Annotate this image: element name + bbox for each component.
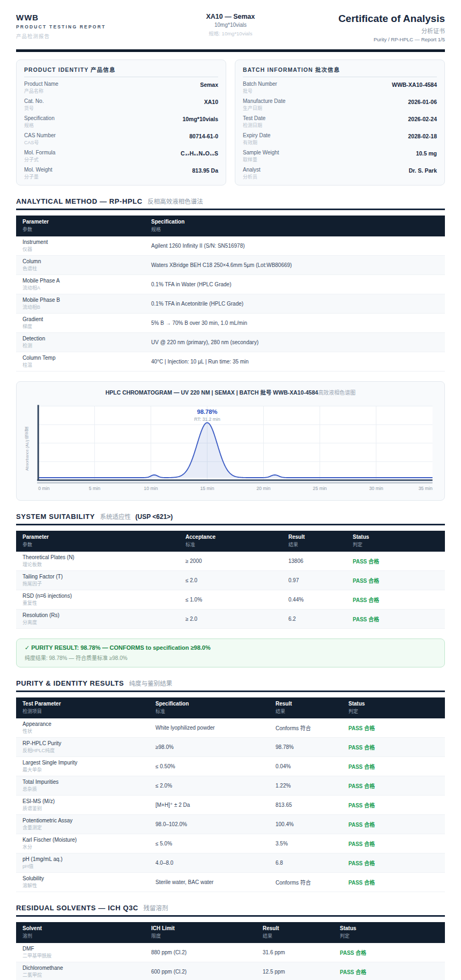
column-header: Result结果 [269, 697, 342, 718]
brand-name: WWB [16, 13, 159, 22]
column-header: Status判定 [346, 531, 445, 552]
info-label-zh: 分子式 [24, 156, 55, 163]
column-header: Acceptance标准 [179, 531, 282, 552]
parameter-en: Mobile Phase B [23, 297, 138, 303]
chromatogram-title: HPLC CHROMATOGRAM — UV 220 NM | SEMAX | … [24, 388, 437, 396]
table-row: RSD (n=6 injections)重复性≤ 1.0%0.44%PASS 合… [16, 590, 445, 610]
info-label-en: Mol. Formula [24, 150, 55, 155]
parameter-en: Total Impurities [23, 779, 143, 785]
parameter-en: Column Temp [23, 355, 138, 361]
column-header: Result结果 [282, 531, 346, 552]
parameter-zh: 溶解性 [23, 882, 143, 889]
product-spec-zh: 规格: 10mg*10vials [159, 29, 302, 37]
status-badge: PASS 合格 [342, 776, 445, 796]
info-row: Cat. No.货号XA10 [24, 96, 218, 113]
table-row: Potentiometric Assay含量测定98.0–102.0%100.4… [16, 815, 445, 834]
table-row: RP-HPLC Purity反相HPLC纯度≥98.0%98.78%PASS 合… [16, 738, 445, 757]
table-row: DMF二甲基甲酰胺880 ppm (Cl.2)31.6 ppmPASS 合格 [16, 943, 445, 962]
table-row: Gradient梯度5% B → 70% B over 30 min, 1.0 … [16, 314, 445, 333]
info-label: Product Name产品名称 [24, 81, 58, 94]
info-label: Batch Number批号 [243, 81, 277, 94]
info-label: Manufacture Date生产日期 [243, 98, 286, 112]
info-row: Test Date检测日期2026-02-24 [243, 113, 437, 130]
cell-parameter: ESI-MS (M/z)质谱鉴别 [16, 796, 149, 815]
panel-title: BATCH INFORMATION 批次信息 [243, 65, 437, 77]
parameter-zh: 反相HPLC纯度 [23, 747, 143, 754]
info-value: Dr. S. Park [408, 167, 437, 174]
cell-result: 6.2 [282, 610, 346, 629]
cell-parameter: Column色谱柱 [16, 256, 145, 275]
section-rule [16, 691, 445, 692]
parameter-zh: 拖尾因子 [23, 580, 173, 587]
info-label-zh: 检测日期 [243, 122, 265, 129]
section-rule [16, 915, 445, 917]
info-label: Test Date检测日期 [243, 115, 265, 129]
info-label-en: Expiry Date [243, 132, 271, 138]
section-title-zh: 残留溶剂 [144, 905, 168, 911]
x-tick-label: 5 min [89, 486, 100, 491]
parameter-en: Instrument [23, 239, 138, 245]
x-tick-label: 0 min [38, 486, 49, 491]
system-suitability-body: Theoretical Plates (N)理论板数≥ 200013806PAS… [16, 552, 445, 629]
cell-spec: 40°C | Injection: 10 µL | Run time: 35 m… [145, 352, 445, 372]
cell-parameter: Tailing Factor (T)拖尾因子 [16, 571, 179, 590]
table-row: Instrument仪器Agilent 1260 Infinity II (S/… [16, 236, 445, 256]
info-label-zh: 货号 [24, 105, 44, 112]
brand-subtitle-zh: 产品检测报告 [16, 32, 159, 40]
cell-result: 813.65 [269, 796, 342, 815]
cell-result: 100.4% [269, 815, 342, 834]
section-title: RESIDUAL SOLVENTS — ICH Q3C [16, 904, 138, 912]
cell-parameter: Solubility溶解性 [16, 873, 149, 892]
main-peak-rt-label: RT: 31.2 min [194, 417, 220, 422]
cell-parameter: Dichloromethane二氯甲烷 [16, 962, 145, 980]
table-row: Column色谱柱Waters XBridge BEH C18 250×4.6m… [16, 256, 445, 275]
report-subtitle: Purity / RP-HPLC — Report 1/5 [302, 36, 445, 42]
table-row: Solubility溶解性Sterile water, BAC waterCon… [16, 873, 445, 892]
info-row: Specification规格10mg*10vials [24, 113, 218, 130]
info-value: 2026-01-06 [408, 98, 437, 105]
status-badge: PASS 合格 [346, 571, 445, 590]
table-row: Total Impurities总杂质≤ 2.0%1.22%PASS 合格 [16, 776, 445, 796]
info-label-zh: 分析员 [243, 173, 261, 180]
x-tick-label: 25 min [313, 486, 327, 491]
info-label-zh: 规格 [24, 122, 55, 129]
section-heading-purity: PURITY & IDENTITY RESULTS 纯度与鉴别结果 [16, 678, 445, 688]
status-badge: PASS 合格 [346, 610, 445, 629]
info-label: Mol. Formula分子式 [24, 150, 55, 163]
section-title-suffix: (USP <621>) [135, 513, 173, 521]
system-suitability-table: Parameter参数 Acceptance标准 Result结果 Status… [16, 531, 445, 629]
product-identity-panel: PRODUCT IDENTITY 产品信息 Product Name产品名称Se… [16, 60, 226, 185]
info-label: CAS NumberCAS号 [24, 132, 56, 146]
column-header: Parameter参数 [16, 216, 145, 236]
cell-parameter: Appearance性状 [16, 718, 149, 738]
system-suitability-head: Parameter参数 Acceptance标准 Result结果 Status… [16, 531, 445, 552]
document-header: WWB PRODUCT TESTING REPORT 产品检测报告 XA10 —… [16, 13, 445, 42]
status-badge: PASS 合格 [346, 590, 445, 610]
cell-result: 13806 [282, 552, 346, 571]
parameter-zh: 检测 [23, 342, 138, 349]
parameter-zh: 最大单杂 [23, 766, 143, 773]
status-badge: PASS 合格 [333, 962, 445, 980]
purity-result-banner: ✓ PURITY RESULT: 98.78% — CONFORMS to sp… [16, 639, 445, 667]
info-label: Analyst分析员 [243, 167, 261, 180]
info-label-zh: 生产日期 [243, 105, 286, 112]
parameter-zh: 流动相A [23, 284, 138, 291]
info-row: Mol. Weight分子量813.95 Da [24, 165, 218, 182]
parameter-zh: 二氯甲烷 [23, 971, 138, 978]
parameter-en: Solubility [23, 875, 143, 881]
parameter-en: Detection [23, 336, 138, 341]
cell-result: 0.44% [282, 590, 346, 610]
cell-parameter: Largest Single Impurity最大单杂 [16, 757, 149, 776]
document-title-zh: 分析证书 [302, 26, 445, 35]
section-title: SYSTEM SUITABILITY [16, 513, 95, 521]
parameter-zh: 仪器 [23, 246, 138, 253]
info-label-en: Test Date [243, 115, 265, 121]
column-header: Status判定 [342, 697, 445, 718]
table-row: Column Temp柱温40°C | Injection: 10 µL | R… [16, 352, 445, 372]
cell-spec: 5% B → 70% B over 30 min, 1.0 mL/min [145, 314, 445, 333]
info-value: C₃₇H₅₁N₉O₁₀S [181, 150, 218, 157]
info-value: 813.95 Da [192, 167, 218, 174]
info-value: WWB-XA10-4584 [392, 81, 437, 88]
status-badge: PASS 合格 [342, 718, 445, 738]
cell-spec: Sterile water, BAC water [149, 873, 269, 892]
